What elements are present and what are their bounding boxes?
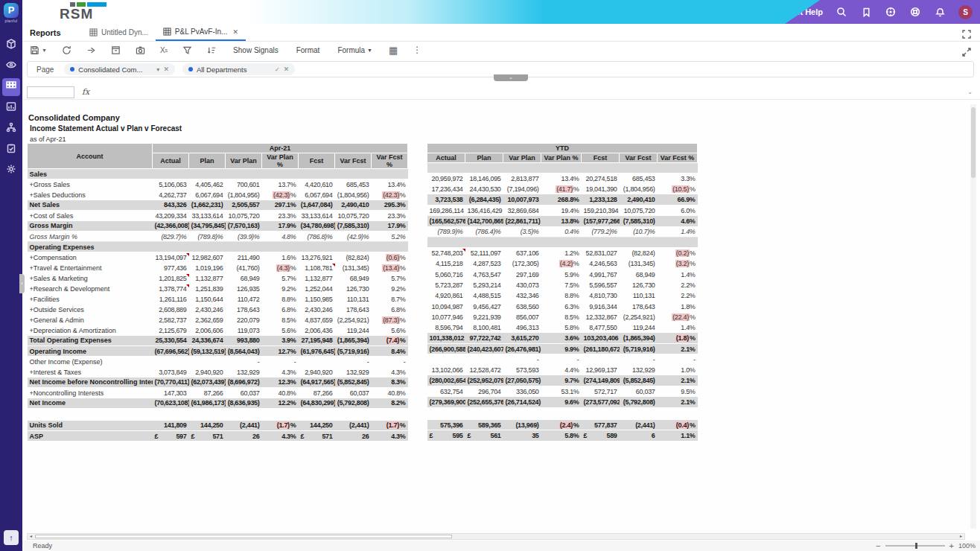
table-cell[interactable]: 9.7% xyxy=(541,375,582,386)
table-cell[interactable] xyxy=(465,163,503,173)
table-cell[interactable]: 4,287,523 xyxy=(465,258,503,269)
table-cell[interactable]: (2,254,921) xyxy=(620,312,658,322)
table-cell[interactable]: 4,488,515 xyxy=(465,290,503,301)
table-cell[interactable]: 0.4% xyxy=(541,226,582,237)
table-cell[interactable]: 12.3% xyxy=(262,378,299,388)
table-cell[interactable]: 4,420,610 xyxy=(299,179,335,190)
account-label[interactable]: Net Income before Noncontrolling Interes… xyxy=(28,378,153,388)
zoom-slider[interactable] xyxy=(885,545,945,547)
table-cell[interactable]: 13.7% xyxy=(262,179,299,190)
column-header[interactable]: Var Plan % xyxy=(262,153,299,169)
table-cell[interactable]: 178,643 xyxy=(226,305,262,315)
table-cell[interactable]: 12,969,137 xyxy=(582,365,620,375)
table-cell[interactable]: (26,476,981) xyxy=(503,344,541,354)
table-cell[interactable]: (2.4)% xyxy=(541,420,582,430)
table-cell[interactable] xyxy=(262,242,299,252)
table-cell[interactable]: 141,809 xyxy=(153,421,189,431)
table-cell[interactable]: 9,916,344 xyxy=(582,301,620,311)
table-cell[interactable]: 52,748,203 xyxy=(427,248,465,258)
table-cell[interactable]: 126,935 xyxy=(226,284,262,294)
suppress-icon[interactable]: Xs xyxy=(153,42,175,57)
table-cell[interactable]: 1.1% xyxy=(658,430,698,442)
table-cell[interactable] xyxy=(541,163,582,173)
table-cell[interactable]: £597 xyxy=(153,431,189,442)
table-cell[interactable] xyxy=(372,169,408,179)
table-cell[interactable]: 68,949 xyxy=(620,269,658,279)
table-cell[interactable]: 19,041,390 xyxy=(582,184,620,194)
table-cell[interactable]: 5,723,287 xyxy=(427,280,465,290)
table-cell[interactable] xyxy=(189,242,226,252)
table-cell[interactable]: 18,146,095 xyxy=(465,173,503,184)
table-cell[interactable]: 1.0% xyxy=(658,365,698,375)
table-cell[interactable]: 97,722,742 xyxy=(465,333,503,343)
table-cell[interactable]: 5,293,214 xyxy=(465,280,503,290)
filter-icon[interactable] xyxy=(175,42,200,57)
table-cell[interactable]: (1,804,956) xyxy=(335,190,372,200)
sidebar-collapse-handle[interactable]: ‹ xyxy=(19,274,25,293)
table-cell[interactable]: 60,037 xyxy=(335,388,372,398)
table-cell[interactable]: (26,714,524) xyxy=(503,397,541,407)
table-cell[interactable]: (252,952,079) xyxy=(465,375,503,386)
formula-dropdown[interactable]: Formula▼ xyxy=(328,42,381,57)
table-cell[interactable]: (5,792,808) xyxy=(335,398,372,409)
table-cell[interactable]: 13.8% xyxy=(541,216,582,226)
table-cell[interactable]: (27,050,575) xyxy=(503,375,541,386)
table-cell[interactable]: (67,696,562) xyxy=(153,346,189,357)
table-cell[interactable]: 40.8% xyxy=(372,388,408,398)
table-cell[interactable] xyxy=(582,238,620,248)
account-label[interactable]: ASP xyxy=(28,431,153,442)
sidebar-bottom-export-icon[interactable]: ↑ xyxy=(4,530,19,545)
table-cell[interactable]: 5.6% xyxy=(372,325,408,336)
table-cell[interactable]: 33,133,614 xyxy=(189,211,226,221)
table-cell[interactable]: 4.3% xyxy=(262,367,299,378)
table-cell[interactable] xyxy=(153,169,189,179)
table-cell[interactable]: 17.9% xyxy=(372,221,408,232)
table-cell[interactable]: - xyxy=(335,357,372,367)
table-cell[interactable]: 2,505,557 xyxy=(226,200,262,211)
account-column-header[interactable]: Account xyxy=(28,144,153,169)
table-cell[interactable]: 4,920,861 xyxy=(427,290,465,301)
account-label[interactable]: +Sales Deductions xyxy=(28,190,153,200)
account-label[interactable]: Operating Expenses xyxy=(28,242,153,252)
table-cell[interactable]: 268.8% xyxy=(541,194,582,205)
table-cell[interactable]: 6 xyxy=(620,430,658,442)
table-cell[interactable]: 6.8% xyxy=(372,305,408,315)
table-cell[interactable]: (165,562,576) xyxy=(427,216,465,226)
cell-reference-box[interactable] xyxy=(27,86,74,98)
notifications-bell-icon[interactable] xyxy=(934,6,946,18)
table-cell[interactable]: 1,252,044 xyxy=(299,284,335,294)
column-header[interactable]: Var Plan xyxy=(226,153,262,169)
get-help-link[interactable]: Get Help xyxy=(789,7,823,16)
table-cell[interactable]: 8.4% xyxy=(372,346,408,357)
account-label[interactable]: +Research & Development xyxy=(28,284,153,294)
table-cell[interactable]: (2,441) xyxy=(226,421,262,431)
table-cell[interactable]: 638,560 xyxy=(503,301,541,311)
table-cell[interactable]: - xyxy=(503,354,541,365)
table-cell[interactable]: 843,326 xyxy=(153,200,189,211)
table-cell[interactable]: 4,810,730 xyxy=(582,290,620,301)
table-cell[interactable]: 993,880 xyxy=(226,336,262,346)
table-cell[interactable]: (172,305) xyxy=(503,258,541,269)
table-cell[interactable]: (42,366,008) xyxy=(153,221,189,232)
table-cell[interactable]: 1.8% xyxy=(658,301,698,311)
zoom-slider-thumb[interactable] xyxy=(915,543,917,549)
table-cell[interactable]: (779.2)% xyxy=(582,226,620,237)
table-cell[interactable]: 13,194,097 xyxy=(153,252,189,263)
zoom-in-button[interactable]: + xyxy=(949,541,954,550)
table-cell[interactable]: (142,700,865) xyxy=(465,216,503,226)
table-cell[interactable]: (829.7)% xyxy=(153,232,189,242)
save-button[interactable]: ▼ xyxy=(22,42,54,57)
table-cell[interactable]: 10,077,946 xyxy=(427,312,465,322)
grid-view-icon[interactable]: ▦ xyxy=(381,42,405,57)
column-header[interactable]: Var Fcst % xyxy=(372,153,408,169)
table-cell[interactable]: 2,582,737 xyxy=(153,315,189,325)
table-cell[interactable]: 700,601 xyxy=(226,179,262,190)
table-cell[interactable]: (266,900,588) xyxy=(427,344,465,354)
table-cell[interactable]: 87,266 xyxy=(189,388,226,398)
table-cell[interactable]: 2,940,920 xyxy=(189,367,226,378)
planful-logo[interactable]: P xyxy=(4,3,19,18)
table-cell[interactable]: 110,472 xyxy=(226,294,262,305)
table-cell[interactable]: (13,969) xyxy=(503,420,541,430)
column-header[interactable]: Plan xyxy=(189,153,226,169)
table-cell[interactable] xyxy=(299,242,335,252)
